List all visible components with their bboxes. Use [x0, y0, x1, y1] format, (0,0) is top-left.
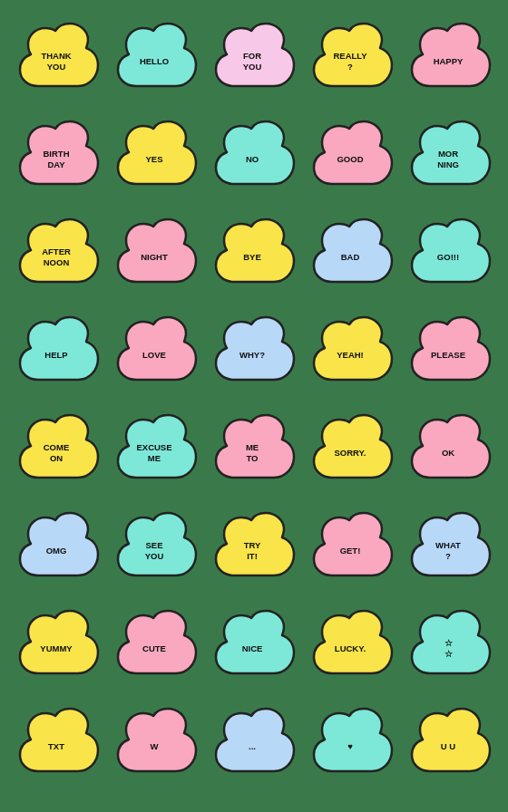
- sticker-item[interactable]: EXCUSE ME: [109, 408, 200, 498]
- sticker-item[interactable]: NIGHT: [109, 212, 200, 303]
- sticker-item[interactable]: ♥: [305, 701, 396, 792]
- sticker-item[interactable]: REALLY ?: [305, 16, 396, 107]
- sticker-item[interactable]: HELP: [11, 310, 102, 401]
- sticker-item[interactable]: W: [109, 701, 200, 792]
- sticker-item[interactable]: TxT: [11, 701, 102, 792]
- sticker-item[interactable]: SORRY.: [305, 408, 396, 498]
- sticker-item[interactable]: MOR NING: [403, 114, 493, 205]
- sticker-item[interactable]: BYE: [207, 212, 298, 303]
- sticker-item[interactable]: SEE YOU: [109, 506, 200, 596]
- sticker-item[interactable]: OK: [403, 408, 493, 498]
- sticker-item[interactable]: U u: [403, 701, 493, 792]
- sticker-item[interactable]: CUTE: [109, 604, 200, 694]
- sticker-item[interactable]: BAD: [305, 212, 396, 303]
- sticker-item[interactable]: COME ON: [11, 408, 102, 498]
- sticker-item[interactable]: OMG: [11, 506, 102, 596]
- sticker-item[interactable]: HELLO: [109, 16, 200, 107]
- sticker-item[interactable]: GET!: [305, 506, 396, 596]
- sticker-item[interactable]: FOR YOU: [207, 16, 298, 107]
- sticker-item[interactable]: YEAH!: [305, 310, 396, 401]
- sticker-item[interactable]: NO: [207, 114, 298, 205]
- sticker-item[interactable]: AFTER NOOn: [11, 212, 102, 303]
- sticker-item[interactable]: GOOD: [305, 114, 396, 205]
- sticker-item[interactable]: ☆ ☆: [403, 604, 493, 694]
- sticker-grid: THANK YOU HELLO FOR YOU REALLY ? HAPPY B…: [4, 9, 504, 799]
- sticker-item[interactable]: YES: [109, 114, 200, 205]
- sticker-item[interactable]: WHY?: [207, 310, 298, 401]
- sticker-item[interactable]: LOVE: [109, 310, 200, 401]
- sticker-item[interactable]: ...: [207, 701, 298, 792]
- sticker-item[interactable]: WHAT ?: [403, 506, 493, 596]
- sticker-item[interactable]: GO!!!: [403, 212, 493, 303]
- sticker-item[interactable]: NICE: [207, 604, 298, 694]
- sticker-item[interactable]: THANK YOU: [11, 16, 102, 107]
- sticker-item[interactable]: HAPPY: [403, 16, 493, 107]
- sticker-item[interactable]: ME TO: [207, 408, 298, 498]
- sticker-item[interactable]: BIRTH DAY: [11, 114, 102, 205]
- sticker-item[interactable]: TRY IT!: [207, 506, 298, 596]
- sticker-item[interactable]: PLEASE: [403, 310, 493, 401]
- sticker-item[interactable]: YUMMY: [11, 604, 102, 694]
- sticker-item[interactable]: LUCKY.: [305, 604, 396, 694]
